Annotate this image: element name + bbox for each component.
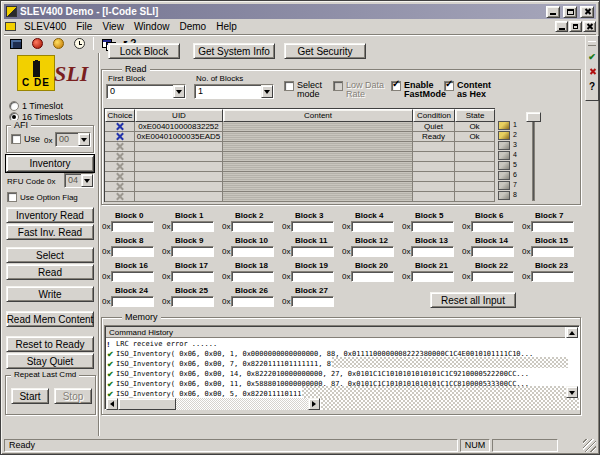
enable-fastmode-checkbox[interactable]: EnableFastMode	[391, 81, 446, 99]
select-button[interactable]: Select	[6, 247, 94, 263]
close-button[interactable]	[580, 6, 594, 18]
block-value-input[interactable]	[171, 271, 214, 282]
menu-demo[interactable]: Demo	[174, 20, 211, 33]
tag-row[interactable]	[105, 182, 495, 192]
afi-value-dropdown[interactable]: 00	[55, 132, 91, 147]
mdi-restore-button[interactable]	[569, 21, 582, 32]
block-value-input[interactable]	[351, 246, 394, 257]
block-value-input[interactable]	[411, 246, 454, 257]
block-value-input[interactable]	[291, 296, 334, 307]
lock-block-button[interactable]: Lock Block	[108, 43, 180, 59]
tag-slider-thumb[interactable]	[526, 112, 541, 122]
choice-x-icon[interactable]	[115, 182, 124, 191]
block-value-input[interactable]	[471, 221, 514, 232]
menu-slev400[interactable]: SLEV400	[19, 20, 71, 33]
stay-quiet-button[interactable]: Stay Quiet	[6, 353, 94, 369]
tag-row[interactable]	[105, 192, 495, 202]
block-value-input[interactable]	[291, 221, 334, 232]
afi-use-checkbox[interactable]: Use	[11, 134, 40, 144]
fast-inv-read-button[interactable]: Fast Inv. Read	[6, 224, 94, 240]
choice-x-icon[interactable]	[115, 172, 124, 181]
block-value-input[interactable]	[111, 221, 154, 232]
block-value-input[interactable]	[111, 246, 154, 257]
tag-row[interactable]	[105, 172, 495, 182]
help-button[interactable]	[586, 80, 598, 93]
block-value-input[interactable]	[411, 221, 454, 232]
inventory-button[interactable]: Inventory	[6, 155, 94, 172]
mdi-close-button[interactable]	[583, 21, 596, 32]
block-value-input[interactable]	[471, 271, 514, 282]
choice-x-icon[interactable]	[115, 142, 124, 151]
block-value-input[interactable]	[411, 271, 454, 282]
tag-row[interactable]	[105, 142, 495, 152]
column-header-state[interactable]: State	[455, 109, 495, 122]
block-value-input[interactable]	[351, 221, 394, 232]
block-value-input[interactable]	[171, 296, 214, 307]
maximize-button[interactable]	[563, 6, 577, 18]
block-value-input[interactable]	[111, 271, 154, 282]
reset-all-input-button[interactable]: Reset all Input	[430, 292, 516, 308]
scroll-right-button[interactable]	[308, 398, 320, 410]
dropdown-arrow-icon[interactable]	[261, 85, 273, 98]
block-value-input[interactable]	[291, 246, 334, 257]
read-mem-content-button[interactable]: Read Mem Content	[6, 311, 94, 327]
tag-row[interactable]: 0xE004010000832252QuietOk	[105, 122, 495, 132]
mdi-child-icon[interactable]	[5, 22, 16, 31]
block-value-input[interactable]	[231, 246, 274, 257]
block-value-input[interactable]	[231, 271, 274, 282]
minimize-button[interactable]	[546, 6, 560, 18]
resize-grip[interactable]	[583, 439, 596, 452]
block-value-input[interactable]	[471, 246, 514, 257]
use-option-flag-checkbox[interactable]: Use Option Flag	[7, 192, 78, 202]
tag-slider-track[interactable]	[532, 117, 535, 201]
menu-window[interactable]: Window	[129, 20, 175, 33]
column-header-uid[interactable]: UID	[135, 109, 223, 122]
log-line[interactable]: !LRC receive error ......	[107, 339, 565, 349]
scrollbar-thumb[interactable]	[118, 398, 176, 410]
write-tag-icon[interactable]	[498, 171, 510, 180]
num-blocks-dropdown[interactable]: 1	[194, 84, 274, 99]
select-mode-checkbox[interactable]: Selectmode	[284, 81, 322, 99]
block-value-input[interactable]	[351, 271, 394, 282]
write-button[interactable]: Write	[6, 286, 94, 302]
reset-to-ready-button[interactable]: Reset to Ready	[6, 336, 94, 352]
choice-x-icon[interactable]	[115, 162, 124, 171]
write-tag-icon[interactable]	[498, 121, 510, 130]
dropdown-arrow-icon[interactable]	[78, 133, 90, 146]
monitor-icon-button[interactable]	[6, 36, 26, 52]
dropdown-arrow-icon[interactable]	[173, 85, 185, 98]
stop-button[interactable]: Stop	[54, 388, 92, 404]
radio-1-timeslot[interactable]: 1 Timeslot	[9, 101, 63, 111]
block-value-input[interactable]	[111, 296, 154, 307]
write-tag-icon[interactable]	[498, 131, 510, 140]
scroll-down-button[interactable]	[566, 386, 578, 398]
clock-icon-button[interactable]	[69, 36, 89, 52]
horizontal-scrollbar[interactable]	[106, 398, 320, 410]
menu-help[interactable]: Help	[211, 20, 242, 33]
write-tag-icon[interactable]	[498, 181, 510, 190]
choice-x-icon[interactable]	[115, 192, 124, 201]
tag-ok-button[interactable]	[586, 50, 598, 63]
tag-row[interactable]	[105, 162, 495, 172]
choice-x-icon[interactable]	[115, 122, 124, 131]
column-header-content[interactable]: Content	[223, 109, 413, 122]
column-header-condition[interactable]: Condition	[413, 109, 455, 122]
write-tag-icon[interactable]	[498, 151, 510, 160]
block-value-input[interactable]	[171, 246, 214, 257]
column-header-choice[interactable]: Choice	[105, 109, 135, 122]
dropdown-arrow-icon[interactable]	[81, 174, 93, 187]
tag-delete-button[interactable]	[586, 65, 598, 78]
read-button[interactable]: Read	[6, 264, 94, 280]
stop-icon-button[interactable]	[27, 36, 47, 52]
block-value-input[interactable]	[231, 221, 274, 232]
menu-file[interactable]: File	[71, 20, 97, 33]
low-data-rate-checkbox[interactable]: Low DataRate	[333, 81, 384, 99]
write-tag-icon[interactable]	[498, 141, 510, 150]
tag-row[interactable]	[105, 152, 495, 162]
menu-view[interactable]: View	[97, 20, 129, 33]
block-value-input[interactable]	[231, 296, 274, 307]
tag-row[interactable]: 0xE00401000035EAD5ReadyOk	[105, 132, 495, 142]
inventory-read-button[interactable]: Inventory Read	[6, 207, 94, 223]
write-tag-icon[interactable]	[498, 161, 510, 170]
mdi-minimize-button[interactable]	[555, 21, 568, 32]
